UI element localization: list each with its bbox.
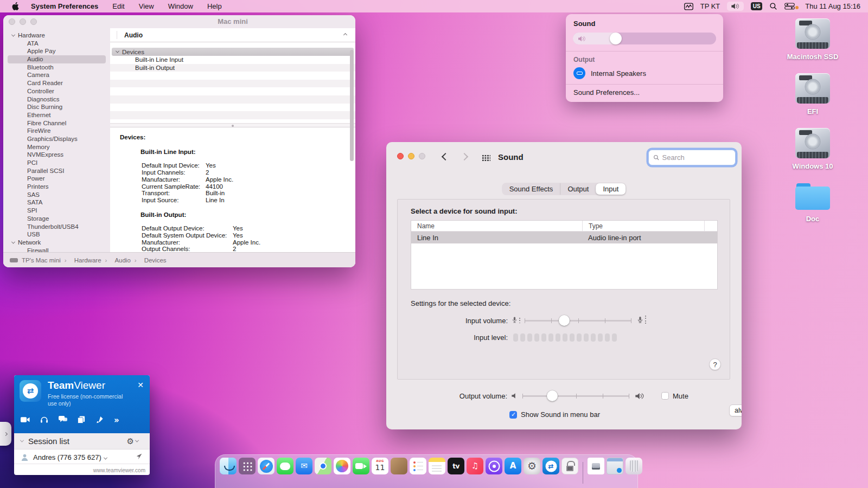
- sidebar-item[interactable]: Parallel SCSI: [8, 167, 106, 175]
- dock-safari[interactable]: [258, 458, 275, 474]
- mute-checkbox[interactable]: [661, 392, 669, 400]
- sidebar-item[interactable]: Diagnostics: [8, 95, 106, 104]
- menu-clock[interactable]: Thu 11 Aug 15:16: [805, 2, 860, 10]
- sidebar-item[interactable]: Network: [8, 239, 106, 247]
- dock-doc-file[interactable]: [588, 458, 604, 474]
- dock-finder[interactable]: [220, 458, 237, 474]
- dock-notes[interactable]: [429, 458, 445, 474]
- menu-item[interactable]: Edit: [112, 2, 124, 10]
- dock-mini-window[interactable]: [607, 458, 623, 474]
- breadcrumb-item[interactable]: Devices: [144, 257, 167, 264]
- input-source-badge[interactable]: US: [751, 2, 762, 10]
- zoom-button[interactable]: [419, 153, 425, 159]
- section-header[interactable]: Audio: [110, 28, 355, 42]
- dock-trash[interactable]: [626, 458, 642, 474]
- dock-music[interactable]: ♫: [467, 458, 483, 474]
- output-volume-knob[interactable]: [547, 390, 558, 401]
- sidebar-item[interactable]: FireWire: [8, 127, 106, 135]
- output-device-row[interactable]: Internal Speakers: [573, 66, 718, 80]
- sidebar-item[interactable]: Card Reader: [8, 79, 106, 87]
- help-button[interactable]: ?: [709, 358, 721, 370]
- dock-divider[interactable]: [583, 462, 583, 484]
- menu-status-text[interactable]: TP KT: [700, 2, 720, 10]
- session-list-header[interactable]: Session list ⚙: [14, 433, 150, 450]
- sidebar-item[interactable]: Ethernet: [8, 111, 106, 119]
- dock-chip-tool[interactable]: [561, 458, 578, 474]
- tab[interactable]: Input: [596, 183, 626, 195]
- device-row[interactable]: Built-in Line Input: [110, 56, 355, 64]
- device-row[interactable]: Line In Audio line-in port: [411, 232, 717, 243]
- dock-contacts[interactable]: [391, 458, 407, 474]
- session-row[interactable]: Andres (776 375 627): [14, 450, 150, 465]
- sidebar-item[interactable]: USB: [8, 230, 106, 239]
- volume-menu-icon[interactable]: [727, 2, 744, 11]
- popover-volume-slider[interactable]: [573, 33, 716, 44]
- sidebar-item[interactable]: Fibre Channel: [8, 119, 106, 127]
- sidebar-item[interactable]: Disc Burning: [8, 103, 106, 111]
- breadcrumb-item[interactable]: Audio: [114, 257, 140, 264]
- active-app-menu[interactable]: System Preferences: [31, 2, 98, 10]
- menu-item[interactable]: View: [139, 2, 154, 10]
- search-input[interactable]: [662, 153, 731, 162]
- breadcrumb-item[interactable]: Hardware: [74, 257, 111, 264]
- dock-reminders[interactable]: [410, 458, 426, 474]
- dock-facetime[interactable]: [353, 458, 369, 474]
- output-volume-slider[interactable]: [522, 390, 629, 401]
- dock-sysprefs[interactable]: ⚙: [524, 458, 540, 474]
- collapse-icon[interactable]: [343, 33, 347, 37]
- connect-cursor-icon[interactable]: [136, 453, 143, 462]
- column-header[interactable]: Name: [411, 221, 582, 232]
- whiteboard-icon[interactable]: [95, 416, 104, 425]
- activity-monitor-menu-icon[interactable]: [684, 3, 693, 10]
- more-tools-icon[interactable]: »: [114, 415, 119, 425]
- details-scrollbar[interactable]: [350, 50, 354, 161]
- menu-item[interactable]: Help: [207, 2, 222, 10]
- back-button[interactable]: [442, 153, 449, 160]
- search-field[interactable]: [648, 150, 736, 165]
- sidebar-item[interactable]: Power: [8, 175, 106, 183]
- teamviewer-side-tab[interactable]: [0, 422, 11, 446]
- sidebar-item[interactable]: Printers: [8, 183, 106, 191]
- volume-knob[interactable]: [610, 33, 622, 44]
- sidebar-item[interactable]: Hardware: [8, 31, 106, 40]
- video-call-icon[interactable]: [21, 416, 30, 425]
- device-row[interactable]: Built-in Output: [110, 64, 355, 72]
- sidebar-item[interactable]: SAS: [8, 191, 106, 199]
- control-center-icon[interactable]: [784, 3, 795, 10]
- sidebar-item[interactable]: Thunderbolt/USB4: [8, 223, 106, 231]
- dock-teamviewer[interactable]: ⇄: [542, 458, 559, 474]
- show-all-preferences-icon[interactable]: [482, 155, 490, 161]
- sidebar-item[interactable]: Apple Pay: [8, 47, 106, 55]
- dock-launchpad[interactable]: [239, 458, 256, 474]
- sidebar-item[interactable]: SATA: [8, 198, 106, 207]
- breadcrumb-item[interactable]: TP's Mac mini: [22, 257, 71, 264]
- minimize-button[interactable]: [408, 153, 414, 159]
- sidebar-item[interactable]: ATA: [8, 40, 106, 48]
- minimize-button[interactable]: [20, 18, 26, 25]
- spotlight-icon[interactable]: [769, 2, 777, 10]
- sidebar-item[interactable]: Controller: [8, 87, 106, 95]
- input-volume-slider[interactable]: [525, 315, 631, 326]
- sidebar-item[interactable]: Storage: [8, 215, 106, 223]
- sidebar-item[interactable]: NVMExpress: [8, 151, 106, 159]
- sidebar-item[interactable]: Camera: [8, 71, 106, 79]
- desktop-icon-macintosh-ssd[interactable]: Macintosh SSD: [787, 18, 839, 61]
- dock-messages[interactable]: [277, 458, 293, 474]
- sound-preferences-link[interactable]: Sound Preferences...: [573, 88, 640, 97]
- dock-calendar[interactable]: AUG 11: [372, 458, 388, 474]
- sidebar-item[interactable]: Audio: [8, 55, 106, 63]
- dock-tv[interactable]: tv: [448, 458, 464, 474]
- sidebar-item[interactable]: Memory: [8, 143, 106, 151]
- desktop-icon-windows-10[interactable]: Windows 10: [792, 128, 833, 170]
- sidebar-item[interactable]: Bluetooth: [8, 63, 106, 72]
- forward-button[interactable]: [461, 153, 468, 160]
- dock-photos[interactable]: [334, 458, 350, 474]
- dock-appstore[interactable]: A: [505, 458, 521, 474]
- dock-mail[interactable]: ✉: [296, 458, 312, 474]
- pane-splitter[interactable]: [110, 123, 355, 127]
- sidebar-item[interactable]: SPI: [8, 207, 106, 215]
- column-header[interactable]: Type: [582, 221, 704, 232]
- dock-maps[interactable]: [315, 458, 331, 474]
- menu-item[interactable]: Window: [168, 2, 193, 10]
- sidebar-item[interactable]: Graphics/Displays: [8, 135, 106, 143]
